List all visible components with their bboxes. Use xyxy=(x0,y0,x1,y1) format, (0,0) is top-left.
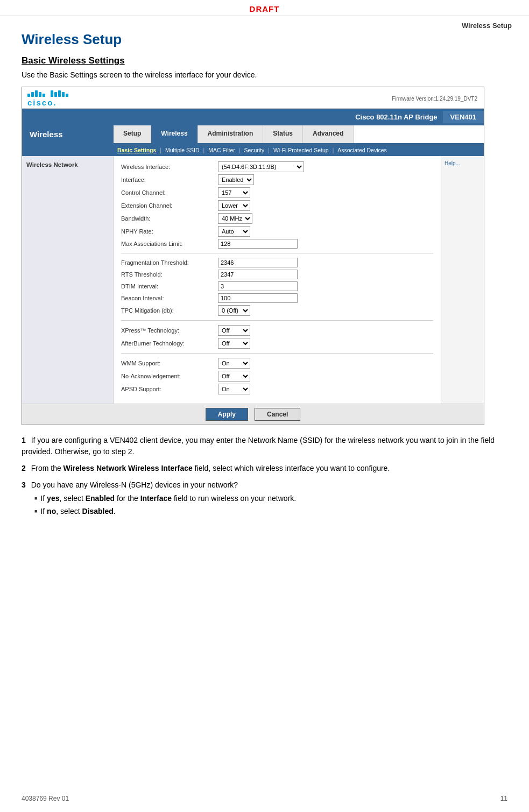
subnav-security[interactable]: Security xyxy=(240,146,268,154)
step-2: 2 From the Wireless Network Wireless Int… xyxy=(22,463,507,474)
row-frag-threshold: Fragmentation Threshold: xyxy=(121,258,433,267)
router-nav: Wireless Setup Wireless Administration S… xyxy=(22,125,484,144)
row-wmm: WMM Support: On xyxy=(121,358,433,369)
main-content: Wireless Setup Basic Wireless Settings U… xyxy=(0,16,529,533)
model-badge: VEN401 xyxy=(443,111,484,123)
tab-advanced[interactable]: Advanced xyxy=(303,125,354,143)
input-beacon[interactable] xyxy=(218,293,298,303)
footer-right: 11 xyxy=(500,795,507,802)
tab-setup[interactable]: Setup xyxy=(114,125,151,143)
control-tpc: 0 (Off) xyxy=(218,305,250,316)
intro-text: Use the Basic Settings screen to the wir… xyxy=(22,70,507,79)
control-wireless-interface: (54:D4:6F:3D:11:9B) xyxy=(218,161,304,172)
select-xpress[interactable]: Off xyxy=(218,325,250,336)
router-nav-tabs: Setup Wireless Administration Status Adv… xyxy=(114,125,484,143)
label-noack: No-Acknowledgement: xyxy=(121,373,218,379)
bar9 xyxy=(62,92,65,97)
firmware-text: Firmware Version:1.24.29.19_DVT2 xyxy=(392,96,477,102)
control-bandwidth: 40 MHz xyxy=(218,213,252,224)
bar3 xyxy=(35,90,38,97)
select-apsd[interactable]: On xyxy=(218,384,250,394)
row-max-assoc: Max Associations Limit: xyxy=(121,239,433,249)
select-noack[interactable]: Off xyxy=(218,371,250,382)
router-main-area: Wireless Interface: (54:D4:6F:3D:11:9B) … xyxy=(114,156,441,404)
bullet-yes: If yes, select Enabled for the Interface… xyxy=(34,493,507,504)
bold-enabled: Enabled xyxy=(86,494,115,503)
subnav-basic-settings[interactable]: Basic Settings xyxy=(114,146,160,154)
divider-1 xyxy=(121,253,433,253)
row-noack: No-Acknowledgement: Off xyxy=(121,371,433,382)
subnav-mac-filter[interactable]: MAC Filter xyxy=(204,146,239,154)
step-1-num: 1 xyxy=(22,436,26,444)
input-max-assoc[interactable] xyxy=(218,239,298,249)
control-extension-channel: Lower xyxy=(218,200,250,211)
bold-yes: yes xyxy=(47,494,59,503)
router-model-bar: Cisco 802.11n AP Bridge VEN401 xyxy=(22,109,484,125)
step-2-text: From the Wireless Network Wireless Inter… xyxy=(31,464,390,472)
router-subnav: Basic Settings | Multiple SSID | MAC Fil… xyxy=(22,144,484,156)
label-afterburner: AfterBurner Technology: xyxy=(121,340,218,347)
control-frag-threshold xyxy=(218,258,298,267)
row-xpress: XPress™ Technology: Off xyxy=(121,325,433,336)
divider-2 xyxy=(121,320,433,321)
select-wireless-interface[interactable]: (54:D4:6F:3D:11:9B) xyxy=(218,161,304,172)
tab-status[interactable]: Status xyxy=(263,125,303,143)
steps-list: 1 If you are configuring a VEN402 client… xyxy=(22,435,507,517)
select-wmm[interactable]: On xyxy=(218,358,250,369)
tab-administration[interactable]: Administration xyxy=(198,125,264,143)
select-control-channel[interactable]: 157 xyxy=(218,187,250,198)
page-footer: 4038769 Rev 01 11 xyxy=(22,795,507,802)
bullet-no-text: If no, select Disabled. xyxy=(40,506,115,517)
label-rts-threshold: RTS Threshold: xyxy=(121,271,218,278)
input-frag-threshold[interactable] xyxy=(218,258,298,267)
tab-wireless[interactable]: Wireless xyxy=(151,125,198,143)
sidebar-section-title: Wireless Network xyxy=(26,161,109,168)
bar5 xyxy=(43,94,45,97)
bold-disabled: Disabled xyxy=(82,507,113,516)
select-bandwidth[interactable]: 40 MHz xyxy=(218,213,252,224)
footer-left: 4038769 Rev 01 xyxy=(22,795,69,802)
bullet-no: If no, select Disabled. xyxy=(34,506,507,517)
control-beacon xyxy=(218,293,298,303)
row-afterburner: AfterBurner Technology: Off xyxy=(121,338,433,349)
router-bottom-bar: Apply Cancel xyxy=(22,404,484,425)
control-noack: Off xyxy=(218,371,250,382)
bold-interface: Interface xyxy=(140,494,172,503)
bar10 xyxy=(66,94,68,97)
label-max-assoc: Max Associations Limit: xyxy=(121,241,218,247)
control-nphy-rate: Auto xyxy=(218,226,250,237)
control-wmm: On xyxy=(218,358,250,369)
select-afterburner[interactable]: Off xyxy=(218,338,250,349)
select-interface[interactable]: Enabled xyxy=(218,174,254,185)
input-dtim[interactable] xyxy=(218,281,298,291)
control-max-assoc xyxy=(218,239,298,249)
row-control-channel: Control Channel: 157 xyxy=(121,187,433,198)
select-extension-channel[interactable]: Lower xyxy=(218,200,250,211)
cancel-button[interactable]: Cancel xyxy=(255,408,300,421)
row-beacon: Beacon Interval: xyxy=(121,293,433,303)
subnav-multiple-ssid[interactable]: Multiple SSID xyxy=(161,146,203,154)
select-nphy-rate[interactable]: Auto xyxy=(218,226,250,237)
label-dtim: DTIM Interval: xyxy=(121,283,218,290)
apply-button[interactable]: Apply xyxy=(206,408,248,421)
subnav-wifi-protected-setup[interactable]: Wi-Fi Protected Setup xyxy=(270,146,333,154)
control-interface: Enabled xyxy=(218,174,254,185)
page-header: DRAFT xyxy=(0,0,529,16)
label-xpress: XPress™ Technology: xyxy=(121,327,218,334)
control-afterburner: Off xyxy=(218,338,250,349)
label-interface: Interface: xyxy=(121,176,218,183)
label-wireless-interface: Wireless Interface: xyxy=(121,164,218,170)
bar8 xyxy=(58,90,61,97)
subnav-associated-devices[interactable]: Associated Devices xyxy=(334,146,391,154)
input-rts-threshold[interactable] xyxy=(218,270,298,279)
cisco-wordmark: cisco. xyxy=(27,98,57,107)
page-title-right: Wireless Setup xyxy=(462,22,512,30)
row-rts-threshold: RTS Threshold: xyxy=(121,270,433,279)
select-tpc[interactable]: 0 (Off) xyxy=(218,305,250,316)
control-control-channel: 157 xyxy=(218,187,250,198)
section-heading: Wireless Setup xyxy=(22,31,507,48)
label-beacon: Beacon Interval: xyxy=(121,295,218,301)
step-3-bullets: If yes, select Enabled for the Interface… xyxy=(34,493,507,517)
draft-label: DRAFT xyxy=(250,4,280,13)
step-2-bold: Wireless Network Wireless Interface xyxy=(64,464,193,472)
